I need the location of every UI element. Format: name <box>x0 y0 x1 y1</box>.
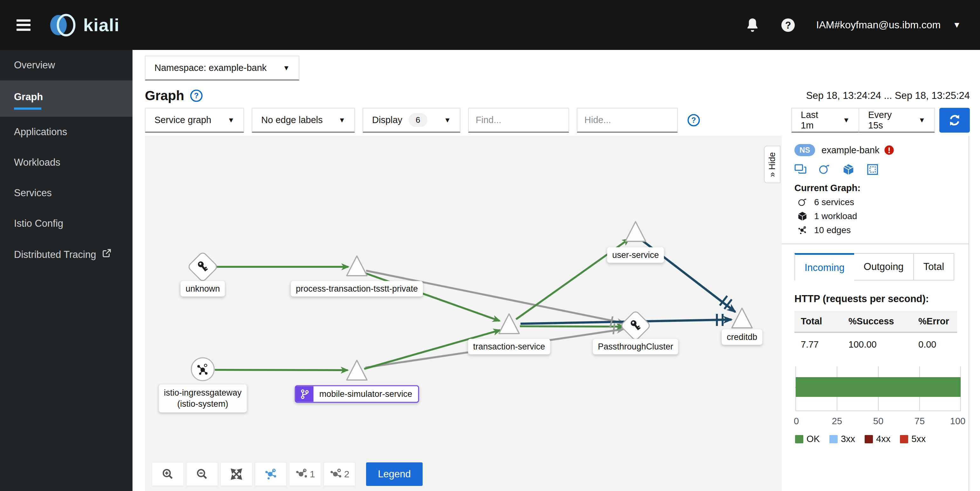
error-exclamation-icon[interactable] <box>884 145 894 155</box>
sidebar-item-services[interactable]: Services <box>0 178 132 208</box>
bar-ok <box>796 377 961 397</box>
services-icon[interactable] <box>819 164 830 175</box>
traffic-tabs: Incoming Outgoing Total <box>794 253 969 281</box>
time-range-label: Sep 18, 13:24:24 ... Sep 18, 13:25:24 <box>806 90 970 102</box>
namespace-dropdown[interactable]: Namespace: example-bank ▼ <box>145 56 299 80</box>
node-label-passthrough-cluster[interactable]: PassthroughCluster <box>593 339 678 355</box>
svg-text:?: ? <box>785 19 791 30</box>
node-process-transaction[interactable] <box>347 256 367 276</box>
legend-4xx-swatch <box>865 435 873 443</box>
current-graph-title: Current Graph: <box>794 183 957 193</box>
tab-total[interactable]: Total <box>914 253 954 281</box>
chevron-down-icon: ▼ <box>339 116 345 124</box>
refresh-interval-dropdown[interactable]: Every 15s▼ <box>859 108 935 132</box>
node-unknown[interactable] <box>188 252 218 282</box>
node-mobile-simulator[interactable] <box>347 360 367 380</box>
legend-ok-swatch <box>795 435 803 443</box>
zoom-out-button[interactable] <box>186 462 218 486</box>
layout-default-button[interactable] <box>255 462 286 486</box>
table-row: 7.77 100.00 0.00 <box>794 332 957 353</box>
chevron-down-icon: ▼ <box>843 116 850 124</box>
sidebar-item-applications[interactable]: Applications <box>0 117 132 147</box>
summary-panel: NS example-bank <box>782 136 969 491</box>
col-total: Total <box>794 311 842 332</box>
chart-legend: OK 3xx 4xx 5xx <box>795 434 969 444</box>
kiali-logo: kiali <box>48 11 119 40</box>
chart-x-axis: 0 25 50 75 100 <box>795 416 962 429</box>
http-status-bar-chart: 0 25 50 75 100 <box>795 364 962 429</box>
node-label-creditdb[interactable]: creditdb <box>722 330 762 345</box>
edge-ingress-to-mobile[interactable] <box>215 370 348 370</box>
sidebar-item-distributed-tracing[interactable]: Distributed Tracing <box>0 239 132 270</box>
node-label-unknown[interactable]: unknown <box>180 281 225 297</box>
graph-help-icon[interactable]: ? <box>190 89 203 102</box>
hide-input[interactable] <box>577 108 678 132</box>
edge-labels-dropdown[interactable]: No edge labels▼ <box>252 108 355 132</box>
tab-outgoing[interactable]: Outgoing <box>854 253 914 281</box>
graph-controls-toolbar: 1 2 Legend <box>152 462 423 486</box>
graph-canvas[interactable]: unknown process-transaction-tsstt-privat… <box>145 136 782 491</box>
applications-icon[interactable] <box>794 164 807 175</box>
user-menu[interactable]: IAM#koyfman@us.ibm.com <box>816 19 941 31</box>
tab-incoming[interactable]: Incoming <box>794 253 854 281</box>
fit-to-screen-button[interactable] <box>221 462 252 486</box>
notifications-bell-icon[interactable] <box>745 18 760 32</box>
edge-ptp-to-transaction[interactable] <box>364 273 500 321</box>
graph-edges-and-nodes <box>145 136 782 491</box>
node-label-user-service[interactable]: user-service <box>607 247 664 263</box>
display-dropdown[interactable]: Display 6 ▼ <box>363 108 460 132</box>
sidebar-item-istio-config[interactable]: Istio Config <box>0 208 132 239</box>
node-transaction-service[interactable] <box>499 314 519 333</box>
legend-button[interactable]: Legend <box>366 462 423 486</box>
chevron-down-icon: ▼ <box>444 116 451 124</box>
node-label-transaction-service[interactable]: transaction-service <box>468 339 550 355</box>
graph-type-dropdown[interactable]: Service graph▼ <box>145 108 244 132</box>
namespace-badge: NS <box>794 144 815 156</box>
svg-text:?: ? <box>194 91 199 100</box>
istio-config-icon[interactable] <box>867 164 879 175</box>
find-hide-help-icon[interactable]: ? <box>687 114 700 127</box>
duration-dropdown[interactable]: Last 1m▼ <box>791 108 859 132</box>
stat-services: 6 services <box>794 197 957 207</box>
http-traffic-table: Total %Success %Error 7.77 100.00 0.00 <box>794 311 957 353</box>
http-rps-title: HTTP (requests per second): <box>794 293 969 304</box>
node-label-istio-ingressgateway[interactable]: istio-ingressgateway (istio-system) <box>159 384 247 413</box>
node-passthrough-cluster[interactable] <box>620 310 651 341</box>
product-name: kiali <box>83 14 119 35</box>
masthead: kiali ? IAM#koyfman@us.ibm.com ▼ <box>0 0 980 50</box>
service-icon <box>798 198 807 207</box>
node-label-process-transaction[interactable]: process-transaction-tsstt-private <box>291 281 423 297</box>
kiali-logo-icon <box>48 11 79 40</box>
svg-text:?: ? <box>692 116 696 124</box>
display-count-badge: 6 <box>409 113 427 127</box>
hide-panel-tab[interactable]: » Hide <box>764 146 780 183</box>
node-user-service[interactable] <box>625 222 646 241</box>
col-error: %Error <box>912 311 957 332</box>
virtual-service-branch-icon <box>296 386 313 402</box>
nav-toggle-hamburger-icon[interactable] <box>16 19 30 31</box>
chevron-down-icon: ▼ <box>283 64 290 72</box>
zoom-in-button[interactable] <box>152 462 184 486</box>
external-link-icon <box>102 249 111 260</box>
workloads-icon[interactable] <box>843 164 855 175</box>
edge-transaction-to-passthrough[interactable] <box>520 326 624 327</box>
help-icon[interactable]: ? <box>781 18 795 32</box>
sidebar-nav: Overview Graph Applications Workloads Se… <box>0 50 132 491</box>
node-label-mobile-simulator[interactable]: mobile-simulator-service <box>295 386 419 403</box>
refresh-button[interactable] <box>939 108 970 132</box>
legend-3xx-swatch <box>829 435 838 443</box>
layout-2-button[interactable]: 2 <box>323 462 355 486</box>
chevron-down-icon: ▼ <box>918 116 925 124</box>
namespace-name: example-bank <box>821 145 879 156</box>
layout-1-button[interactable]: 1 <box>289 462 321 486</box>
sidebar-item-overview[interactable]: Overview <box>0 50 132 80</box>
stat-workloads: 1 workload <box>794 211 957 222</box>
node-istio-ingressgateway[interactable] <box>191 358 214 381</box>
legend-5xx-swatch <box>900 435 908 443</box>
sidebar-item-graph[interactable]: Graph <box>0 80 132 117</box>
find-input[interactable] <box>468 108 569 132</box>
double-chevron-icon: » <box>767 172 777 177</box>
user-menu-caret-icon[interactable]: ▼ <box>953 20 961 30</box>
sidebar-item-workloads[interactable]: Workloads <box>0 147 132 178</box>
edge-ptp-to-passthrough[interactable] <box>366 271 624 323</box>
